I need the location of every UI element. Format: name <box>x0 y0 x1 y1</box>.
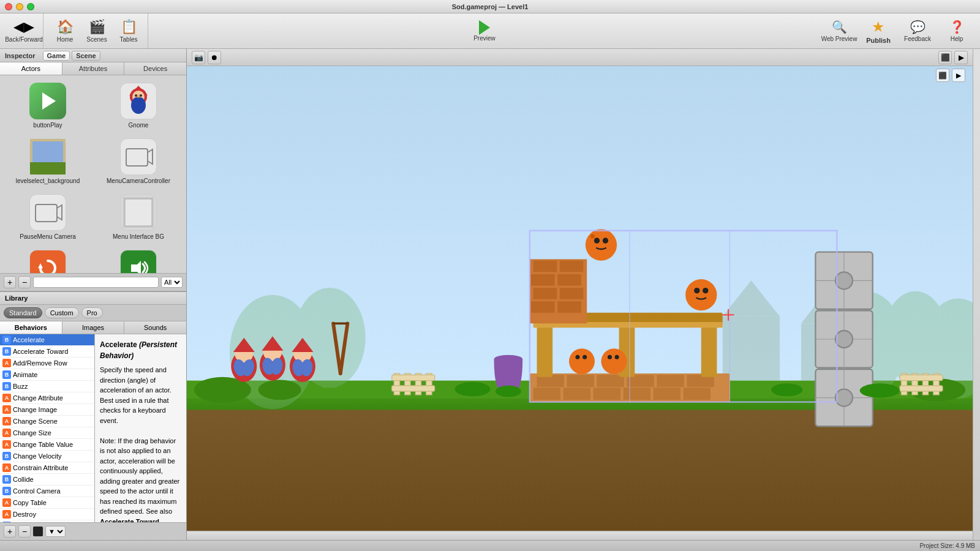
behavior-badge: B <box>2 335 11 344</box>
svg-marker-13 <box>57 205 62 220</box>
behavior-item[interactable]: BBuzz <box>0 381 94 392</box>
devices-tab[interactable]: Devices <box>124 62 186 75</box>
behavior-item[interactable]: BAccelerate Toward <box>0 346 94 358</box>
remove-actor-button[interactable]: − <box>18 276 31 288</box>
custom-tab[interactable]: Custom <box>45 307 79 318</box>
actor-item-menureplay[interactable]: menuReplay <box>5 247 91 273</box>
behavior-list: BAccelerateBAccelerate TowardAAdd/Remove… <box>0 334 95 522</box>
library-body: BAccelerateBAccelerate TowardAAdd/Remove… <box>0 334 186 522</box>
behavior-item[interactable]: AConstrain Attribute <box>0 462 94 474</box>
actors-tab[interactable]: Actors <box>0 62 62 75</box>
fit-btn[interactable]: ⬛ <box>938 51 952 64</box>
maximize-button[interactable] <box>27 3 34 10</box>
behavior-item[interactable]: AChange Image <box>0 404 94 416</box>
actor-item-menucamera[interactable]: MenuCameraController <box>96 136 181 187</box>
sounds-tab[interactable]: Sounds <box>124 321 186 334</box>
behavior-item[interactable]: BAnimate <box>0 369 94 381</box>
behavior-badge: A <box>2 394 11 402</box>
behavior-item[interactable]: AChange Attribute <box>0 392 94 404</box>
svg-marker-11 <box>148 149 153 164</box>
behavior-badge: A <box>2 498 11 507</box>
behavior-description: Accelerate (Persistent Behavior) Specify… <box>95 334 186 522</box>
game-view-toolbar: 📷 ⏺ ⬛ ▶ <box>187 49 973 66</box>
behavior-item[interactable]: AChange Scene <box>0 416 94 427</box>
add-library-button[interactable]: + <box>4 525 16 538</box>
behaviors-tab[interactable]: Behaviors <box>0 321 62 334</box>
pause-overlay-btn[interactable]: ⏸ <box>192 280 209 298</box>
publish-button[interactable]: ★ Publish <box>860 18 897 44</box>
record-btn[interactable]: ⏺ <box>208 51 221 64</box>
actor-item-gnome[interactable]: Gnome <box>96 80 181 131</box>
behavior-title: Accelerate (Persistent Behavior) <box>100 339 181 361</box>
window-controls[interactable] <box>5 3 34 10</box>
behavior-name: Collide <box>13 476 34 483</box>
inspector-tabs: Actors Attributes Devices <box>0 62 186 75</box>
svg-rect-8 <box>32 141 63 163</box>
close-button[interactable] <box>5 3 12 10</box>
right-resize-handle[interactable] <box>973 49 980 540</box>
filter-select[interactable]: All <box>161 277 183 288</box>
pausecamera-svg <box>32 197 63 228</box>
web-preview-button[interactable]: 🔍 Web Preview <box>821 20 858 42</box>
scene-ctrl-play[interactable]: ▶ <box>952 69 965 82</box>
behavior-item[interactable]: ACopy Table <box>0 497 94 509</box>
game-scene-tabs-inline: Game Scene <box>43 52 100 59</box>
behavior-badge: A <box>2 359 11 367</box>
actor-thumb-buttonplay <box>29 83 66 119</box>
back-forward-button[interactable]: ◀▶ Back/Forward <box>9 17 39 46</box>
library-filter-select[interactable]: ▼ <box>45 526 66 537</box>
attributes-tab[interactable]: Attributes <box>62 62 125 75</box>
play-btn[interactable]: ▶ <box>954 51 968 64</box>
actor-item-menusound[interactable]: menuSound <box>96 247 181 273</box>
behavior-item[interactable]: AChange Table Value <box>0 439 94 451</box>
game-tab[interactable]: Game <box>43 51 70 61</box>
svg-rect-10 <box>126 149 148 166</box>
pro-tab[interactable]: Pro <box>81 307 103 318</box>
library-mode-tabs: Standard Custom Pro <box>0 305 186 321</box>
video-btn[interactable]: 📷 <box>192 51 205 64</box>
behavior-item[interactable]: AChange Size <box>0 427 94 439</box>
behavior-name: Change Table Value <box>13 441 73 448</box>
behavior-item[interactable]: BCollide <box>0 474 94 485</box>
images-tab[interactable]: Images <box>62 321 125 334</box>
preview-button[interactable]: Preview <box>473 20 496 42</box>
minimize-button[interactable] <box>16 3 23 10</box>
toolbar: ◀▶ Back/Forward 🏠 Home 🎬 Scenes 📋 Tables… <box>0 13 980 49</box>
add-actor-button[interactable]: + <box>4 276 16 288</box>
feedback-button[interactable]: 💬 Feedback <box>899 20 936 42</box>
behavior-item[interactable]: AAdd/Remove Row <box>0 358 94 369</box>
behavior-item[interactable]: BAccelerate <box>0 334 94 346</box>
scene-tab[interactable]: Scene <box>72 51 100 61</box>
behavior-item[interactable]: ADestroy <box>0 509 94 520</box>
publish-star-icon: ★ <box>872 18 885 36</box>
scenes-button[interactable]: 🎬 Scenes <box>81 17 112 46</box>
actor-item-menuinterfacebg[interactable]: Menu Interface BG <box>96 192 181 242</box>
actor-thumb-menureplay <box>29 250 66 273</box>
filter-input[interactable] <box>33 277 159 288</box>
actor-item-buttonplay[interactable]: buttonPlay <box>5 80 91 131</box>
standard-tab[interactable]: Standard <box>4 307 42 318</box>
window-title: Sod.gameproj — Level1 <box>452 3 529 10</box>
behavior-name: Accelerate <box>13 336 45 343</box>
game-view: 📷 ⏺ ⬛ ▶ ⏸ 🔍 <box>187 49 973 540</box>
actor-item-levelselect[interactable]: levelselect_background <box>5 136 91 187</box>
behavior-item[interactable]: BChange Velocity <box>0 451 94 462</box>
behavior-badge: B <box>2 475 11 484</box>
behavior-badge: A <box>2 463 11 472</box>
actor-item-pausecamera[interactable]: PauseMenu Camera <box>5 192 91 242</box>
zoom-out-overlay-btn[interactable]: 🔍 <box>192 300 209 317</box>
svg-point-5 <box>135 94 137 97</box>
behavior-name: Accelerate Toward <box>13 348 68 355</box>
toolbar-center: Preview <box>151 20 818 42</box>
library-color-box[interactable] <box>33 527 43 536</box>
behavior-item[interactable]: BControl Camera <box>0 485 94 497</box>
behavior-name: Destroy <box>13 511 36 518</box>
svg-point-3 <box>131 97 146 114</box>
remove-library-button[interactable]: − <box>18 525 31 538</box>
help-button[interactable]: ❓ Help <box>938 20 975 42</box>
tables-button[interactable]: 📋 Tables <box>113 17 144 46</box>
game-scrollbar[interactable] <box>187 531 973 540</box>
scene-ctrl-fit[interactable]: ⬛ <box>936 69 949 82</box>
svg-rect-12 <box>36 204 57 222</box>
home-button[interactable]: 🏠 Home <box>50 17 80 46</box>
